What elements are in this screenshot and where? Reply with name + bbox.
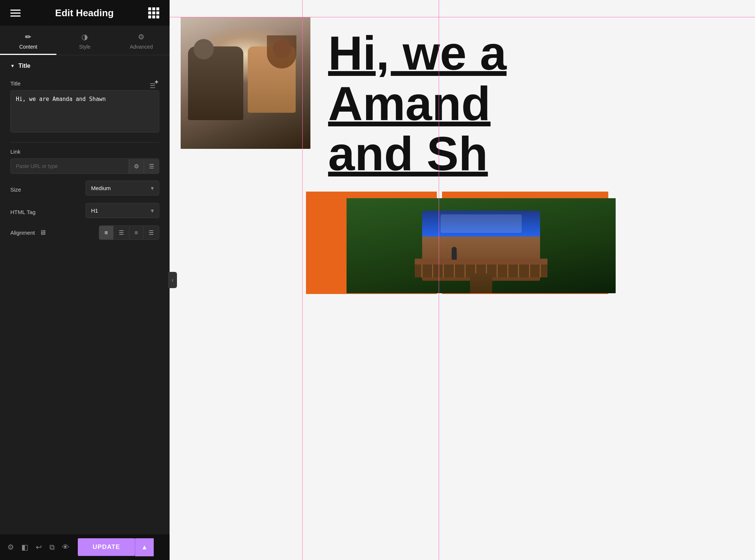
history-bottom-icon[interactable]: ↩ <box>36 543 42 552</box>
align-right-button[interactable]: ≡ <box>129 226 143 239</box>
size-select-wrap: Default Small Medium Large XL XXL ▼ <box>86 181 159 196</box>
panel-title: Edit Heading <box>55 7 114 19</box>
align-center-button[interactable]: ☰ <box>114 226 129 239</box>
heading-text-area: Hi, we a Hi, we a Amand Amand and Sh and… <box>313 17 755 186</box>
link-section: Link ⚙ ☰ <box>10 148 159 174</box>
tab-style-label: Style <box>79 44 90 50</box>
html-tag-label: HTML Tag <box>10 206 40 215</box>
heading-line-2: Amand Amand <box>328 78 748 129</box>
size-row: Size Default Small Medium Large XL XXL ▼ <box>10 181 159 196</box>
tab-content-label: Content <box>19 44 37 50</box>
alignment-buttons: ≡ ☰ ≡ ☰ <box>99 225 159 240</box>
align-justify-button[interactable]: ☰ <box>143 226 159 239</box>
duplicate-bottom-icon[interactable]: ⧉ <box>49 543 55 552</box>
update-button-wrap: UPDATE ▲ <box>69 538 162 556</box>
left-panel: Edit Heading ✏ Content ◑ Style ⚙ Advance… <box>0 0 170 560</box>
treehouse-image <box>347 198 616 293</box>
couple-image-inner <box>181 17 310 149</box>
tab-advanced[interactable]: ⚙ Advanced <box>113 26 170 55</box>
html-tag-row: HTML Tag H1 H2 H3 H4 H5 H6 div span p ▼ <box>10 203 159 218</box>
heading-line-3: and Sh and Sh <box>328 129 748 179</box>
alignment-row: Alignment 🖥 ≡ ☰ ≡ ☰ <box>10 225 159 240</box>
canvas-area: Hi, we a Hi, we a Amand Amand and Sh and… <box>170 0 755 560</box>
settings-bottom-icon[interactable]: ⚙ <box>7 543 14 552</box>
alignment-label: Alignment <box>10 230 35 236</box>
link-layers-button[interactable]: ☰ <box>144 159 159 174</box>
title-section-header: ▼ Title <box>10 63 159 69</box>
section-title-label: Title <box>18 63 31 69</box>
panel-collapse-button[interactable]: ‹ <box>168 272 177 288</box>
tab-content[interactable]: ✏ Content <box>0 26 56 55</box>
tab-advanced-label: Advanced <box>130 44 153 50</box>
gear-icon: ⚙ <box>138 32 145 41</box>
treehouse-image-inner <box>347 198 616 293</box>
html-tag-select[interactable]: H1 H2 H3 H4 H5 H6 div span p <box>86 203 159 218</box>
divider <box>10 142 159 143</box>
update-button[interactable]: UPDATE <box>78 538 135 556</box>
monitor-icon[interactable]: 🖥 <box>39 229 46 237</box>
title-field-label-row: Title ✦ <box>10 77 159 87</box>
section-collapse-arrow[interactable]: ▼ <box>10 63 15 69</box>
pencil-icon: ✏ <box>25 32 31 41</box>
half-circle-icon: ◑ <box>81 32 88 41</box>
tab-style[interactable]: ◑ Style <box>56 26 113 55</box>
alignment-label-wrap: Alignment 🖥 <box>10 229 46 237</box>
heading-line-1: Hi, we a Hi, we a <box>328 28 748 78</box>
layers-bottom-icon[interactable]: ◧ <box>21 543 28 552</box>
link-label: Link <box>10 148 159 155</box>
update-chevron-button[interactable]: ▲ <box>135 538 154 556</box>
html-tag-select-wrap: H1 H2 H3 H4 H5 H6 div span p ▼ <box>86 203 159 218</box>
link-input[interactable] <box>11 159 129 174</box>
couple-image <box>181 17 310 149</box>
link-settings-button[interactable]: ⚙ <box>129 159 144 174</box>
link-input-row: ⚙ ☰ <box>10 158 159 174</box>
preview-bottom-icon[interactable]: 👁 <box>62 543 69 552</box>
panel-header: Edit Heading <box>0 0 170 26</box>
size-select[interactable]: Default Small Medium Large XL XXL <box>86 181 159 196</box>
tabs-bar: ✏ Content ◑ Style ⚙ Advanced <box>0 26 170 55</box>
panel-content: ▼ Title Title ✦ Hi, we are Amanda and Sh… <box>0 55 170 534</box>
layers-button[interactable]: ☰ <box>150 82 156 90</box>
hamburger-menu-icon[interactable] <box>10 10 21 17</box>
align-left-button[interactable]: ≡ <box>99 226 113 239</box>
size-label: Size <box>10 183 40 193</box>
title-field-label: Title <box>10 77 40 87</box>
title-field-wrap: Title ✦ Hi, we are Amanda and Shawn ☰ <box>10 77 159 134</box>
grid-icon[interactable] <box>148 7 159 18</box>
title-textarea[interactable]: Hi, we are Amanda and Shawn <box>10 90 159 133</box>
bottom-icons: ⚙ ◧ ↩ ⧉ 👁 <box>7 543 69 552</box>
bottom-bar: ⚙ ◧ ↩ ⧉ 👁 UPDATE ▲ <box>0 534 170 560</box>
